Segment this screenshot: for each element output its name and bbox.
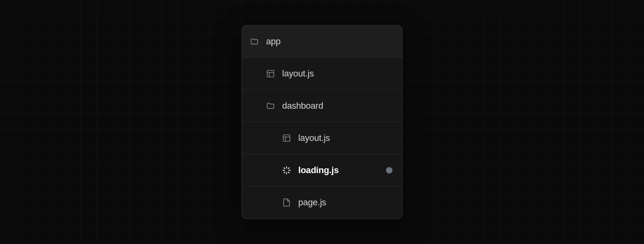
tree-item-layout-nested[interactable]: layout.js	[242, 122, 402, 154]
file-tree-panel: app layout.js dashboard layout.j	[242, 25, 402, 219]
folder-icon	[250, 37, 259, 46]
file-icon	[282, 198, 291, 207]
layout-icon	[282, 134, 291, 143]
svg-line-9	[288, 172, 289, 173]
tree-item-loading[interactable]: loading.js	[242, 154, 402, 186]
tree-item-layout[interactable]: layout.js	[242, 58, 402, 90]
tree-item-label: app	[266, 36, 281, 47]
tree-item-app[interactable]: app	[242, 25, 402, 58]
tree-item-label: dashboard	[282, 101, 323, 111]
svg-line-13	[288, 167, 289, 169]
spinner-icon	[282, 166, 291, 175]
svg-line-12	[284, 172, 285, 173]
svg-rect-0	[267, 70, 274, 77]
tree-item-label: layout.js	[298, 133, 330, 143]
tree-item-dashboard[interactable]: dashboard	[242, 90, 402, 122]
tree-item-label: page.js	[298, 197, 326, 208]
layout-icon	[266, 69, 275, 78]
tree-item-label: layout.js	[282, 68, 314, 79]
tree-item-label: loading.js	[298, 165, 339, 176]
svg-line-8	[284, 167, 285, 169]
svg-rect-3	[283, 134, 290, 141]
folder-icon	[266, 101, 275, 110]
modified-indicator-icon	[386, 167, 392, 174]
tree-item-page[interactable]: page.js	[242, 186, 402, 219]
